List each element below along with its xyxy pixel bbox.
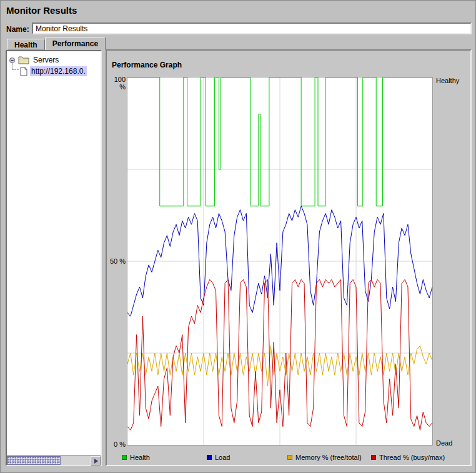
arrow-right-icon [94,459,101,464]
performance-chart [127,77,433,446]
tab-health[interactable]: Health [7,39,45,50]
y-axis-label-0: 0 % [107,441,126,448]
chart-legend: HealthLoadMemory % (free/total)Thread % … [107,454,470,464]
y-axis-label-50: 50 % [107,257,126,265]
scrollbar-thumb[interactable] [7,456,61,465]
dead-label: Dead [436,439,452,447]
legend-label: Load [215,454,230,461]
legend-item: Load [207,454,230,461]
horizontal-scrollbar[interactable] [7,455,101,465]
legend-label: Health [130,454,150,461]
legend-swatch [287,455,292,460]
name-label: Name: [6,25,29,34]
legend-item: Health [122,454,150,461]
tab-bar: Health Performance [7,37,106,50]
tree-toggle-icon[interactable] [9,57,16,64]
folder-icon [18,56,29,64]
tree-connector-horizontal [12,69,19,70]
tree-row-servers: Servers [7,54,101,66]
server-tree: Servers http://192.168.0. [7,51,101,455]
graph-title: Performance Graph [112,61,182,69]
tree-node-servers[interactable]: Servers [32,55,60,65]
legend-item: Thread % (busy/max) [371,454,445,461]
legend-label: Memory % (free/total) [295,454,362,461]
legend-label: Thread % (busy/max) [379,454,445,461]
healthy-label: Healthy [436,77,459,84]
legend-swatch [122,455,127,460]
tree-row-server-url: http://192.168.0. [7,66,101,77]
monitor-results-window: Monitor Results Name: Health Performance… [0,0,476,473]
tree-node-server-url-label[interactable]: http://192.168.0. [30,66,87,76]
name-input[interactable] [32,22,472,34]
server-tree-panel: Servers http://192.168.0. [6,50,102,466]
scroll-right-button[interactable] [91,456,101,466]
performance-graph-panel: Performance Graph 100 % 50 % 0 % Healthy… [106,49,472,466]
tab-performance[interactable]: Performance [45,37,106,50]
legend-swatch [371,455,376,460]
chart-canvas [127,77,432,445]
y-axis-label-100: 100 % [107,76,126,91]
legend-swatch [207,455,212,460]
legend-item: Memory % (free/total) [287,454,362,461]
document-icon [20,67,27,76]
page-title: Monitor Results [6,5,77,16]
tree-connector-vertical [12,63,12,69]
